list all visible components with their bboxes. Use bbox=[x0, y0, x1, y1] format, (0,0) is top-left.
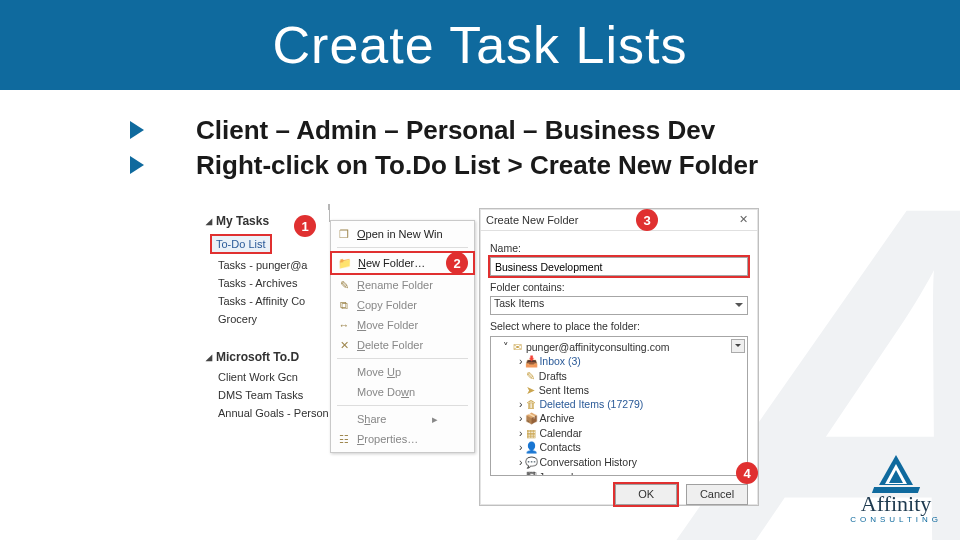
menu-copy-folder[interactable]: ⧉ Copy Folder bbox=[331, 295, 474, 315]
task-item[interactable]: Annual Goals - Personal & Professional bbox=[204, 404, 329, 422]
folder-contains-value: Task Items bbox=[494, 297, 544, 309]
down-icon bbox=[337, 385, 351, 399]
folder-contains-label: Folder contains: bbox=[490, 281, 748, 293]
tree-account-label: punger@affinityconsulting.com bbox=[526, 341, 670, 353]
folder-plus-icon: 📁 bbox=[338, 256, 352, 270]
history-icon: 💬 bbox=[525, 456, 537, 469]
menu-separator bbox=[337, 247, 468, 248]
trash-icon: 🗑 bbox=[525, 398, 537, 410]
task-item[interactable]: Grocery bbox=[204, 310, 329, 328]
cancel-button[interactable]: Cancel bbox=[686, 484, 748, 505]
tree-drafts[interactable]: ✎Drafts bbox=[495, 369, 743, 383]
tree-label: Journal bbox=[539, 471, 573, 476]
tree-label: Archive bbox=[539, 412, 574, 424]
title-bar: Create Task Lists bbox=[0, 0, 960, 90]
tree-archive[interactable]: › 📦Archive bbox=[495, 411, 743, 426]
count-label: (3) bbox=[568, 355, 581, 367]
tree-label: Inbox bbox=[539, 355, 565, 367]
task-item[interactable]: Tasks - punger@a bbox=[204, 256, 329, 274]
todo-list-item[interactable]: To-Do List bbox=[210, 234, 272, 254]
bullet-list: Client – Admin – Personal – Business Dev… bbox=[130, 115, 758, 185]
triangle-bullet-icon bbox=[130, 156, 144, 174]
folder-tree[interactable]: ˅ ✉punger@affinityconsulting.com › 📥Inbo… bbox=[490, 336, 748, 476]
name-label: Name: bbox=[490, 242, 748, 254]
logo-text: Affinity bbox=[861, 491, 931, 517]
menu-label: OOpen in New Winpen in New Win bbox=[357, 228, 443, 240]
menu-move-folder[interactable]: ↔ Move Folder bbox=[331, 315, 474, 335]
tree-account-row[interactable]: ˅ ✉punger@affinityconsulting.com bbox=[495, 340, 743, 354]
folder-name-input[interactable] bbox=[490, 257, 748, 276]
affinity-mark-icon bbox=[871, 453, 921, 493]
step-badge-1: 1 bbox=[294, 215, 316, 237]
menu-label: Copy Folder bbox=[357, 299, 417, 311]
tree-journal[interactable]: 📓Journal bbox=[495, 470, 743, 476]
menu-rename-folder[interactable]: ✎ Rename Folder bbox=[331, 275, 474, 295]
bullet-1-text: Client – Admin – Personal – Business Dev bbox=[196, 115, 715, 146]
tree-inbox[interactable]: › 📥Inbox (3) bbox=[495, 354, 743, 369]
properties-icon: ☷ bbox=[337, 432, 351, 446]
triangle-bullet-icon bbox=[130, 121, 144, 139]
step-badge-4: 4 bbox=[736, 462, 758, 484]
bullet-2-text: Right-click on To.Do List > Create New F… bbox=[196, 150, 758, 181]
rename-icon: ✎ bbox=[337, 278, 351, 292]
menu-label: Rename Folder bbox=[357, 279, 433, 291]
ms-todo-header[interactable]: Microsoft To.D bbox=[204, 346, 329, 368]
tree-scroll-button[interactable] bbox=[731, 339, 745, 353]
journal-icon: 📓 bbox=[525, 471, 537, 476]
tree-label: Contacts bbox=[539, 441, 580, 453]
count-label: (17279) bbox=[607, 398, 643, 410]
menu-label: New Folder… bbox=[358, 257, 425, 269]
menu-label: Properties… bbox=[357, 433, 418, 445]
tree-sent[interactable]: ➤Sent Items bbox=[495, 383, 743, 397]
tree-conv-history[interactable]: › 💬Conversation History bbox=[495, 455, 743, 470]
menu-label: Move Up bbox=[357, 366, 401, 378]
menu-label: Move Folder bbox=[357, 319, 418, 331]
share-icon bbox=[337, 412, 351, 426]
screenshot-composite: 1 2 3 4 ➤ My Tasks To-Do List Tasks - pu… bbox=[204, 210, 764, 510]
my-tasks-pane: My Tasks To-Do List Tasks - punger@a Tas… bbox=[204, 210, 329, 500]
dialog-titlebar: Create New Folder ✕ bbox=[480, 209, 758, 231]
task-item[interactable]: Tasks - Archives bbox=[204, 274, 329, 292]
menu-move-down[interactable]: Move Down bbox=[331, 382, 474, 402]
task-item[interactable]: Client Work Gcn bbox=[204, 368, 329, 386]
tree-deleted[interactable]: › 🗑Deleted Items (17279) bbox=[495, 397, 743, 411]
menu-share[interactable]: Share ▸ bbox=[331, 409, 474, 429]
task-item[interactable]: DMS Team Tasks bbox=[204, 386, 329, 404]
inbox-icon: 📥 bbox=[525, 355, 537, 368]
tree-contacts[interactable]: › 👤Contacts bbox=[495, 440, 743, 455]
contacts-icon: 👤 bbox=[525, 441, 537, 454]
menu-separator bbox=[337, 405, 468, 406]
copy-icon: ⧉ bbox=[337, 298, 351, 312]
create-new-folder-dialog: Create New Folder ✕ Name: Folder contain… bbox=[479, 208, 759, 506]
menu-open-new-window[interactable]: ❐ OOpen in New Winpen in New Win bbox=[331, 224, 474, 244]
menu-label: Share ▸ bbox=[357, 413, 438, 426]
mail-icon: ✉ bbox=[512, 341, 524, 353]
task-item[interactable]: Tasks - Affinity Co bbox=[204, 292, 329, 310]
archive-icon: 📦 bbox=[525, 412, 537, 425]
move-icon: ↔ bbox=[337, 318, 351, 332]
tree-label: Deleted Items bbox=[539, 398, 604, 410]
step-badge-2: 2 bbox=[446, 252, 468, 274]
dialog-button-row: OK Cancel bbox=[490, 484, 748, 505]
tree-label: Calendar bbox=[539, 427, 582, 439]
logo-subtext: CONSULTING bbox=[850, 515, 942, 524]
affinity-logo: Affinity CONSULTING bbox=[850, 453, 942, 524]
menu-delete-folder[interactable]: ✕ Delete Folder bbox=[331, 335, 474, 355]
window-icon: ❐ bbox=[337, 227, 351, 241]
tree-calendar[interactable]: › ▦Calendar bbox=[495, 426, 743, 440]
slide-title: Create Task Lists bbox=[273, 15, 688, 75]
delete-icon: ✕ bbox=[337, 338, 351, 352]
calendar-icon: ▦ bbox=[525, 427, 537, 439]
menu-label: Move Down bbox=[357, 386, 415, 398]
menu-properties[interactable]: ☷ Properties… bbox=[331, 429, 474, 449]
folder-contains-select[interactable]: Task Items bbox=[490, 296, 748, 315]
select-location-label: Select where to place the folder: bbox=[490, 320, 748, 332]
ok-button[interactable]: OK bbox=[615, 484, 677, 505]
bullet-1: Client – Admin – Personal – Business Dev bbox=[130, 115, 758, 146]
menu-move-up[interactable]: Move Up bbox=[331, 362, 474, 382]
close-icon[interactable]: ✕ bbox=[734, 211, 752, 229]
bullet-2: Right-click on To.Do List > Create New F… bbox=[130, 150, 758, 181]
up-icon bbox=[337, 365, 351, 379]
tree-label: Sent Items bbox=[539, 384, 589, 396]
sent-icon: ➤ bbox=[525, 384, 537, 396]
